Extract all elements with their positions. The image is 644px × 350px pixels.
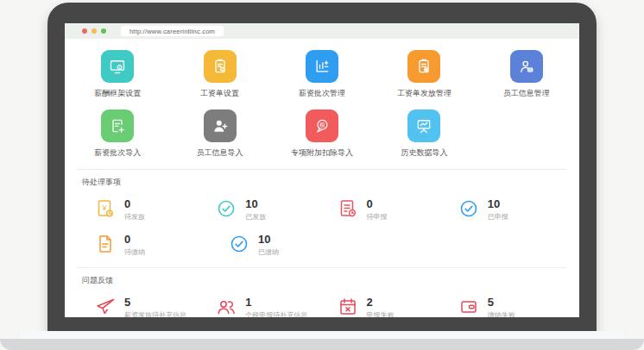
app-tile-payslip-distribution-management[interactable]: 工资单发放管理	[373, 50, 475, 99]
stat-text: 0 待缴纳	[124, 234, 145, 257]
app-tile-label: 薪资批次导入	[94, 147, 141, 159]
app-tile-salary-batch-import[interactable]: 薪资批次导入	[66, 109, 168, 159]
app-tile-history-data-import[interactable]: 历史数据导入	[373, 109, 475, 159]
stat-text: 5 缴纳失败	[488, 297, 515, 317]
stat-pending-declaration: 0 待申报	[338, 198, 458, 222]
stat-value: 5	[124, 297, 186, 309]
stat-value: 0	[124, 234, 145, 246]
stat-text: 10 已发放	[245, 198, 266, 222]
stat-label: 已申报	[488, 212, 508, 222]
stat-label: 待申报	[367, 212, 388, 222]
app-tile-special-deduction-import[interactable]: 税 专项附加扣除导入	[271, 109, 373, 159]
yen-character: ¥	[101, 203, 107, 212]
app-tile-label: 员工信息导入	[197, 147, 243, 159]
stat-text: 0 待申报	[367, 198, 388, 222]
app-tile-label: 工资单发放管理	[397, 88, 451, 99]
stat-value: 10	[488, 198, 508, 210]
app-tile-label: 员工信息管理	[503, 88, 550, 99]
person-card-icon	[510, 50, 543, 83]
app-tile-salary-batch-management[interactable]: 薪资批次管理	[271, 50, 373, 99]
dashboard-content: 薪酬框架设置 工资单设置	[65, 39, 579, 317]
laptop-bezel: http://www.careerintlinc.com 薪酬框架设置	[47, 3, 597, 335]
chart-adjust-icon	[306, 50, 338, 83]
app-tile-employee-info-management[interactable]: 员工信息管理	[476, 50, 578, 99]
doc-clock-icon	[338, 198, 358, 219]
presentation-chart-icon	[407, 109, 440, 142]
stat-value: 10	[245, 198, 266, 210]
stat-paid: 10 已缴纳	[229, 234, 363, 257]
doc-lines-icon	[95, 234, 116, 254]
stat-payment-failed: 5 缴纳失败	[458, 297, 579, 317]
tax-bubble-icon: 税	[306, 109, 338, 142]
stat-label: 已发放	[245, 212, 266, 222]
clipboard-gear-icon	[204, 50, 237, 83]
stat-value: 0	[124, 198, 145, 210]
app-tile-label: 薪资批次管理	[299, 88, 345, 99]
feedback-stats-row: 5 薪资发放待补充信息 1 个税申报待补	[65, 297, 579, 317]
stat-declared: 10 已申报	[458, 198, 579, 222]
check-circle-icon	[216, 198, 237, 219]
app-grid-empty-cell	[476, 109, 578, 159]
pending-stats-row-1: ¥ 0 待发放	[65, 198, 579, 222]
stat-value: 0	[367, 198, 388, 210]
doc-plus-icon	[101, 109, 134, 142]
close-window-button[interactable]	[82, 28, 87, 34]
laptop-mockup: http://www.careerintlinc.com 薪酬框架设置	[0, 0, 644, 350]
pending-section-title: 待处理事项	[82, 177, 579, 188]
check-circle-icon	[229, 234, 249, 254]
check-circle-icon	[458, 198, 479, 219]
monitor-gear-icon	[101, 50, 134, 83]
laptop-base	[0, 339, 644, 350]
stat-value: 1	[245, 297, 307, 309]
app-tile-employee-info-import[interactable]: 员工信息导入	[168, 109, 270, 159]
address-bar[interactable]: http://www.careerintlinc.com	[121, 26, 224, 36]
calendar-x-icon	[338, 297, 358, 317]
section-divider	[78, 267, 566, 268]
stat-value: 5	[488, 297, 515, 309]
stat-declaration-failed: 2 申报失败	[338, 297, 458, 317]
app-tile-label: 工资单设置	[200, 88, 239, 99]
stat-label: 申报失败	[367, 310, 395, 317]
paper-plane-icon	[95, 297, 116, 317]
zoom-window-button[interactable]	[101, 28, 106, 34]
app-tile-payslip-settings[interactable]: 工资单设置	[168, 50, 270, 99]
stat-text: 5 薪资发放待补充信息	[124, 297, 186, 317]
stat-label: 待发放	[124, 212, 145, 222]
stat-text: 0 待发放	[124, 198, 145, 222]
stat-tax-declaration-info-needed: 1 个税申报待补充信息	[216, 297, 337, 317]
person-plus-icon	[204, 109, 237, 142]
wallet-icon	[458, 297, 479, 317]
app-tile-label: 薪酬框架设置	[94, 88, 141, 99]
stat-value: 2	[367, 297, 395, 309]
stat-label: 个税申报待补充信息	[245, 310, 307, 317]
stat-text: 2 申报失败	[367, 297, 395, 317]
url-text: http://www.careerintlinc.com	[129, 28, 215, 35]
stat-label: 已缴纳	[258, 247, 279, 257]
browser-toolbar: http://www.careerintlinc.com	[65, 23, 579, 39]
pending-stats-row-2: 0 待缴纳 10 已缴纳	[65, 234, 579, 257]
stat-text: 10 已申报	[488, 198, 508, 222]
stat-pending-payout: ¥ 0 待发放	[95, 198, 216, 222]
app-grid-row-2: 薪资批次导入 员工信息导入	[65, 109, 579, 159]
browser-window: http://www.careerintlinc.com 薪酬框架设置	[65, 23, 579, 317]
stat-text: 1 个税申报待补充信息	[245, 297, 307, 317]
app-tile-label: 历史数据导入	[401, 147, 447, 159]
stat-paid-out: 10 已发放	[216, 198, 337, 222]
feedback-section-title: 问题反馈	[82, 275, 579, 286]
stat-payout-info-needed: 5 薪资发放待补充信息	[95, 297, 216, 317]
people-icon	[216, 297, 237, 317]
doc-yen-icon: ¥	[95, 198, 116, 219]
app-tile-label: 专项附加扣除导入	[291, 147, 353, 159]
stat-pending-payment: 0 待缴纳	[95, 234, 229, 257]
app-tile-salary-framework-settings[interactable]: 薪酬框架设置	[66, 50, 168, 99]
minimize-window-button[interactable]	[92, 28, 97, 34]
stat-value: 10	[258, 234, 279, 246]
stat-text: 10 已缴纳	[258, 234, 279, 257]
stat-label: 缴纳失败	[488, 310, 515, 317]
section-divider	[78, 169, 566, 170]
stat-label: 薪资发放待补充信息	[124, 310, 186, 317]
app-grid-row-1: 薪酬框架设置 工资单设置	[65, 50, 579, 99]
stat-label: 待缴纳	[124, 247, 145, 257]
clipboard-list-icon	[407, 50, 440, 83]
tax-character: 税	[319, 122, 325, 128]
